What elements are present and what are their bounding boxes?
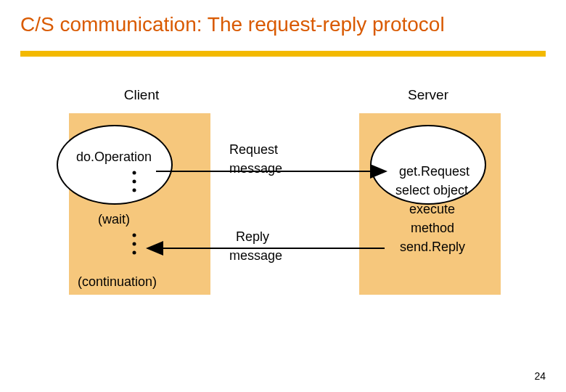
- svg-point-6: [133, 242, 136, 246]
- slide-title: C/S communication: The request-reply pro…: [20, 13, 445, 36]
- svg-point-2: [133, 171, 136, 175]
- svg-point-4: [133, 189, 136, 192]
- page-number: 24: [534, 370, 546, 382]
- title-underline: [20, 51, 546, 57]
- diagram-area: Client do.Operation (wait) (continuation…: [0, 87, 566, 319]
- svg-point-7: [133, 251, 136, 255]
- diagram-arrows: [0, 87, 566, 319]
- svg-point-3: [133, 180, 136, 184]
- svg-point-5: [133, 234, 136, 237]
